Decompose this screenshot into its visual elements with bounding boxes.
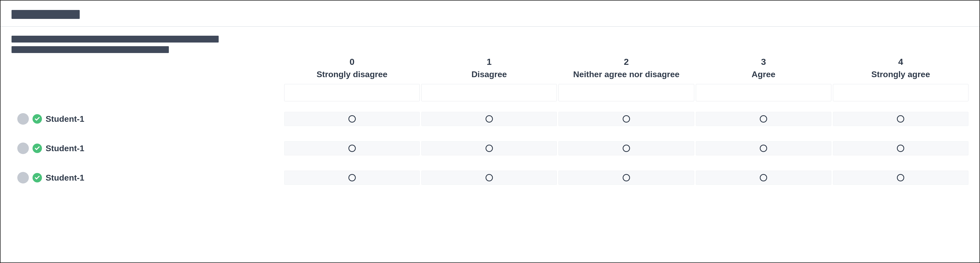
scale-label: Disagree <box>421 70 557 79</box>
status-complete-icon <box>32 114 42 124</box>
section-title-redacted <box>11 10 80 19</box>
radio-unselected-icon[interactable] <box>760 145 767 152</box>
radio-unselected-icon[interactable] <box>623 145 630 152</box>
rating-cell[interactable] <box>421 112 557 126</box>
student-row: Student-1 <box>11 112 969 126</box>
scale-value: 0 <box>284 57 420 67</box>
radio-unselected-icon[interactable] <box>348 115 356 123</box>
scale-option-3: 3 Agree <box>696 57 831 84</box>
student-name: Student-1 <box>46 173 84 183</box>
student-row: Student-1 <box>11 171 969 185</box>
rating-cell[interactable] <box>696 141 831 155</box>
rating-cell[interactable] <box>833 171 969 185</box>
radio-unselected-icon[interactable] <box>485 115 493 123</box>
scale-label: Neither agree nor disagree <box>558 70 694 79</box>
question-text-redacted <box>11 36 969 53</box>
scale-value: 1 <box>421 57 557 67</box>
rating-cell[interactable] <box>284 171 420 185</box>
rating-cell[interactable] <box>558 141 694 155</box>
criteria-descriptor-cell <box>421 84 557 101</box>
rating-cell[interactable] <box>833 112 969 126</box>
rating-cell[interactable] <box>696 171 831 185</box>
scale-option-0: 0 Strongly disagree <box>284 57 420 84</box>
criteria-descriptor-cell <box>696 84 831 101</box>
divider <box>0 26 980 27</box>
avatar <box>17 113 29 125</box>
radio-unselected-icon[interactable] <box>485 145 493 152</box>
survey-frame: 0 Strongly disagree 1 Disagree 2 Neither… <box>0 0 980 263</box>
rating-cell[interactable] <box>421 171 557 185</box>
criteria-descriptor-cell <box>558 84 694 101</box>
scale-option-4: 4 Strongly agree <box>833 57 969 84</box>
criteria-descriptor-cell <box>284 84 420 101</box>
scale-option-1: 1 Disagree <box>421 57 557 84</box>
radio-unselected-icon[interactable] <box>623 174 630 182</box>
scale-value: 4 <box>833 57 969 67</box>
student-name: Student-1 <box>46 114 84 124</box>
scale-value: 2 <box>558 57 694 67</box>
radio-unselected-icon[interactable] <box>760 174 767 182</box>
scale-header: 0 Strongly disagree 1 Disagree 2 Neither… <box>284 57 969 84</box>
rating-cell[interactable] <box>421 141 557 155</box>
scale-label: Strongly disagree <box>284 70 420 79</box>
avatar <box>17 142 29 154</box>
rating-cell[interactable] <box>558 171 694 185</box>
radio-unselected-icon[interactable] <box>485 174 493 182</box>
radio-unselected-icon[interactable] <box>623 115 630 123</box>
scale-label: Agree <box>696 70 831 79</box>
scale-label: Strongly agree <box>833 70 969 79</box>
rating-cell[interactable] <box>833 141 969 155</box>
radio-unselected-icon[interactable] <box>897 115 904 123</box>
student-row: Student-1 <box>11 141 969 155</box>
radio-unselected-icon[interactable] <box>760 115 767 123</box>
scale-value: 3 <box>696 57 831 67</box>
rating-cell[interactable] <box>558 112 694 126</box>
radio-unselected-icon[interactable] <box>897 174 904 182</box>
rating-cell[interactable] <box>284 112 420 126</box>
rating-cell[interactable] <box>284 141 420 155</box>
radio-unselected-icon[interactable] <box>348 145 356 152</box>
radio-unselected-icon[interactable] <box>348 174 356 182</box>
scale-option-2: 2 Neither agree nor disagree <box>558 57 694 84</box>
avatar <box>17 172 29 183</box>
criteria-descriptor-cell <box>833 84 969 101</box>
status-complete-icon <box>32 143 42 153</box>
student-name: Student-1 <box>46 143 84 153</box>
status-complete-icon <box>32 173 42 182</box>
criteria-descriptor-row <box>284 84 969 101</box>
radio-unselected-icon[interactable] <box>897 145 904 152</box>
rating-cell[interactable] <box>696 112 831 126</box>
